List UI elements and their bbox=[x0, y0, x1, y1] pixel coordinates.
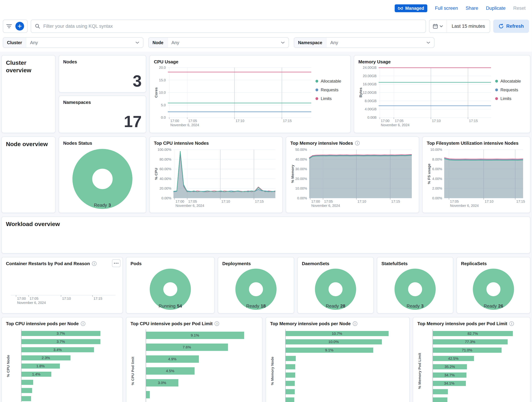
share-button[interactable]: Share bbox=[466, 6, 478, 11]
node-filter-label: Node bbox=[149, 38, 168, 47]
svg-text:17:10: 17:10 bbox=[432, 119, 441, 123]
namespace-filter[interactable]: Namespace Any bbox=[294, 37, 434, 48]
top-memory-nodes-chart[interactable]: % Memory0.00%10.00%20.00%30.00%40.00%50.… bbox=[290, 147, 415, 209]
svg-text:0.0: 0.0 bbox=[161, 115, 166, 119]
top-mem-pods-node-chart[interactable]: % Memory Node10.7%10.0%9.1% bbox=[270, 328, 405, 402]
svg-text:20.00%: 20.00% bbox=[295, 177, 307, 180]
top-cpu-pods-limit-chart[interactable]: % CPU Pod limit9.1%7.6%4.9%4.5%3.0% bbox=[131, 328, 258, 402]
chevron-down-icon bbox=[426, 41, 430, 44]
info-icon[interactable] bbox=[215, 321, 219, 326]
svg-text:17:10: 17:10 bbox=[235, 119, 244, 123]
svg-text:3.4%: 3.4% bbox=[53, 348, 62, 351]
managed-badge[interactable]: Managed bbox=[395, 4, 427, 12]
memory-usage-chart[interactable]: Bytes0.00B4.00GB8.00GB12.00GB16.00GB20.0… bbox=[358, 65, 494, 129]
top-mem-pods-node-title: Top Memory intensive pods per Node bbox=[270, 321, 351, 327]
duplicate-button[interactable]: Duplicate bbox=[486, 6, 506, 11]
memory-usage-title: Memory Usage bbox=[358, 59, 526, 65]
daemonsets-donut[interactable]: Ready28 bbox=[314, 268, 357, 311]
container-restarts-chart[interactable]: 17:0017:0517:1017:15November 6, 2024 bbox=[6, 267, 118, 306]
svg-text:9.1%: 9.1% bbox=[191, 333, 199, 337]
svg-text:Cores: Cores bbox=[154, 87, 158, 98]
node-filter[interactable]: Node Any bbox=[148, 37, 289, 48]
svg-text:17:10: 17:10 bbox=[222, 199, 230, 203]
legend-item[interactable]: Requests bbox=[316, 88, 346, 92]
svg-text:15.0: 15.0 bbox=[159, 78, 166, 82]
ellipsis-icon bbox=[114, 262, 119, 264]
svg-text:8.00%: 8.00% bbox=[432, 157, 442, 161]
add-filter-button[interactable] bbox=[15, 22, 24, 31]
panel-options-button[interactable] bbox=[112, 259, 120, 267]
svg-text:10.00%: 10.00% bbox=[295, 186, 307, 190]
replicasets-donut[interactable]: Ready26 bbox=[472, 268, 515, 311]
top-nav: Managed Full screen Share Duplicate Rese… bbox=[0, 0, 532, 16]
donut-label: Ready3 bbox=[394, 303, 436, 309]
svg-text:4.5%: 4.5% bbox=[166, 369, 174, 373]
info-icon[interactable] bbox=[509, 321, 514, 326]
svg-text:3.7%: 3.7% bbox=[57, 331, 65, 335]
svg-text:20.0: 20.0 bbox=[159, 66, 166, 70]
statefulsets-panel: StatefulSets Ready3 bbox=[377, 257, 453, 313]
node-overview-panel: Node overview bbox=[1, 136, 56, 213]
svg-text:3.0%: 3.0% bbox=[158, 381, 166, 385]
calendar-menu-button[interactable] bbox=[429, 20, 447, 32]
svg-text:17:05: 17:05 bbox=[395, 119, 404, 123]
search-input[interactable] bbox=[43, 24, 422, 29]
cluster-overview-panel: Cluster overview bbox=[1, 55, 56, 133]
top-fs-nodes-chart[interactable]: % FS usage0.00%2.00%4.00%6.00%8.00%10.00… bbox=[427, 147, 526, 209]
top-cpu-nodes-chart[interactable]: % CPU0.00%20.00%40.00%60.00%80.00%100.00… bbox=[154, 147, 278, 209]
legend-item[interactable]: Allocatable bbox=[316, 79, 346, 84]
top-mem-pods-limit-chart[interactable]: % Memory Pod Limit82.7%77.3%71.0%42.5%35… bbox=[417, 328, 526, 402]
top-cpu-nodes-title: Top CPU intensive Nodes bbox=[154, 140, 278, 146]
svg-text:17:10: 17:10 bbox=[62, 297, 71, 300]
donut-label: Ready18 bbox=[235, 303, 277, 309]
info-icon[interactable] bbox=[92, 261, 96, 266]
refresh-button[interactable]: Refresh bbox=[493, 19, 529, 33]
legend-item[interactable]: Limits bbox=[316, 96, 346, 101]
info-icon[interactable] bbox=[353, 321, 357, 326]
cpu-usage-chart[interactable]: Cores0.05.010.015.020.017:0017:0517:1017… bbox=[154, 65, 314, 129]
statefulsets-donut[interactable]: Ready3 bbox=[394, 268, 436, 311]
svg-text:November 6, 2024: November 6, 2024 bbox=[170, 123, 199, 127]
svg-text:34.7%: 34.7% bbox=[444, 373, 455, 377]
svg-text:3.7%: 3.7% bbox=[57, 339, 65, 344]
svg-text:77.3%: 77.3% bbox=[465, 340, 475, 344]
svg-text:16.00GB: 16.00GB bbox=[363, 82, 377, 86]
svg-text:7.6%: 7.6% bbox=[183, 345, 191, 349]
svg-text:17:15: 17:15 bbox=[283, 119, 291, 123]
top-cpu-pods-node-chart[interactable]: % CPU Node3.7%3.7%3.4%2.3%1.8%1.4%0.0%1.… bbox=[6, 328, 118, 402]
time-range-label[interactable]: Last 15 minutes bbox=[447, 24, 490, 29]
cluster-overview-title: Cluster overview bbox=[6, 59, 51, 74]
top-cpu-nodes-panel: Top CPU intensive Nodes % CPU0.00%20.00%… bbox=[149, 136, 283, 213]
svg-text:17:00: 17:00 bbox=[311, 199, 320, 203]
nodes-metric-value: 3 bbox=[133, 73, 142, 89]
reset-button[interactable]: Reset bbox=[513, 6, 526, 11]
deployments-panel: Deployments Ready18 bbox=[218, 257, 294, 313]
info-icon[interactable] bbox=[81, 321, 85, 326]
info-icon[interactable] bbox=[355, 141, 360, 145]
svg-text:42.5%: 42.5% bbox=[448, 356, 459, 360]
nodes-status-donut[interactable]: Ready3 bbox=[72, 148, 133, 210]
svg-text:34.1%: 34.1% bbox=[444, 381, 455, 385]
svg-text:November 6, 2024: November 6, 2024 bbox=[176, 204, 204, 208]
legend-item[interactable]: Limits bbox=[495, 96, 526, 101]
cluster-filter[interactable]: Cluster Any bbox=[3, 37, 143, 48]
svg-text:30.00%: 30.00% bbox=[295, 167, 307, 171]
full-screen-button[interactable]: Full screen bbox=[435, 6, 458, 11]
date-picker[interactable]: Last 15 minutes bbox=[429, 19, 490, 33]
pods-donut[interactable]: Running54 bbox=[149, 268, 192, 311]
svg-text:0.00%: 0.00% bbox=[297, 196, 307, 200]
svg-text:60.00%: 60.00% bbox=[159, 167, 171, 171]
cluster-filter-label: Cluster bbox=[3, 38, 26, 47]
svg-text:November 6, 2024: November 6, 2024 bbox=[450, 204, 479, 208]
svg-text:0.00%: 0.00% bbox=[432, 196, 442, 200]
deployments-donut[interactable]: Ready18 bbox=[235, 268, 277, 311]
search-icon bbox=[35, 24, 40, 29]
legend-item[interactable]: Allocatable bbox=[495, 79, 526, 84]
cpu-usage-title: CPU Usage bbox=[154, 59, 346, 65]
filter-menu-button[interactable] bbox=[6, 24, 12, 28]
kql-search-box[interactable] bbox=[31, 19, 426, 33]
legend-item[interactable]: Requests bbox=[495, 88, 526, 92]
workload-overview-panel: Workload overview bbox=[1, 217, 530, 254]
svg-text:10.0: 10.0 bbox=[159, 91, 166, 95]
svg-text:10.7%: 10.7% bbox=[332, 331, 342, 335]
